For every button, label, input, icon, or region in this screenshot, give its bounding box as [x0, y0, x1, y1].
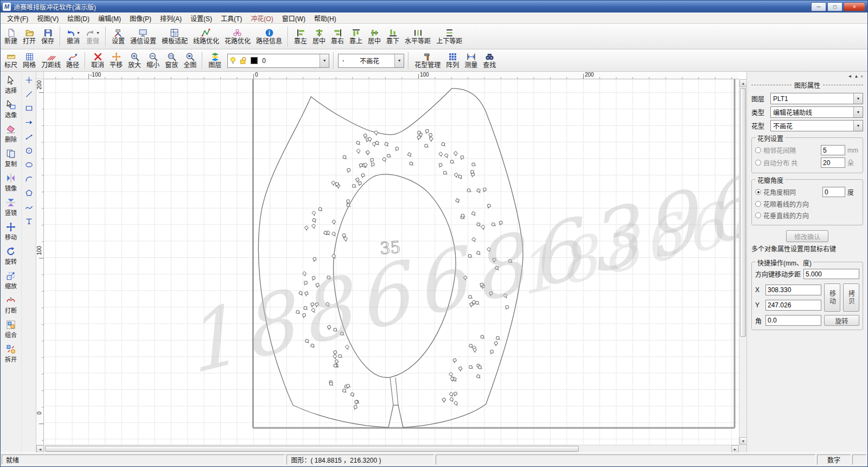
copy-button[interactable]: 拷贝 [843, 283, 859, 312]
align-center-h-button[interactable]: 居中 [310, 25, 328, 48]
align-left-button[interactable]: 靠左 [291, 25, 310, 48]
new-button[interactable]: 新建 [2, 25, 20, 48]
maximize-button[interactable]: □ [827, 2, 843, 11]
menu-item-10[interactable]: 帮助(H) [310, 12, 341, 24]
rotate-button[interactable]: 旋转 [824, 315, 859, 326]
find-button[interactable]: 查找 [480, 51, 499, 71]
arrow-tool[interactable] [23, 117, 35, 128]
panel-collapse-icon[interactable]: ▲ [854, 74, 858, 79]
path-toggle-button[interactable]: 路径 [63, 51, 82, 71]
step-input[interactable] [803, 269, 859, 279]
select-tool[interactable]: 选择 [1, 73, 21, 97]
copy-tool[interactable]: 复制 [1, 146, 21, 171]
horizontal-scroll-thumb[interactable] [45, 446, 579, 452]
same-angle-input[interactable] [822, 187, 845, 197]
vertical-scroll-thumb[interactable] [740, 88, 746, 337]
zoom-all-button[interactable]: 全图 [181, 51, 199, 71]
menu-item-6[interactable]: 设置(S) [186, 12, 216, 24]
text-tool[interactable] [23, 216, 35, 227]
perpendicular-line-radio[interactable] [755, 212, 761, 218]
group-tool[interactable]: 组合 [1, 317, 21, 342]
comm-settings-button[interactable]: 通信设置 [127, 25, 159, 48]
layer-select-dropdown-icon[interactable]: ▼ [853, 93, 863, 104]
lock-icon[interactable] [238, 56, 248, 65]
pan-button[interactable]: 平移 [107, 51, 125, 71]
measure-button[interactable]: 测量 [462, 51, 480, 71]
mirror-v-tool[interactable]: 竖镜 [1, 195, 21, 219]
panel-close-icon[interactable]: × [860, 74, 863, 79]
circle-tool[interactable] [23, 145, 35, 156]
array-button[interactable]: 阵列 [443, 51, 462, 71]
same-angle-radio[interactable] [755, 189, 761, 195]
path-info-button[interactable]: 路径信息 [253, 25, 285, 48]
zoom-out-button[interactable]: 缩小 [144, 51, 162, 71]
move-tool[interactable]: 移动 [1, 219, 21, 244]
x-input[interactable] [765, 285, 821, 295]
menu-item-1[interactable]: 视图(V) [33, 12, 63, 24]
move-button[interactable]: 移动 [824, 283, 840, 312]
scroll-right-icon[interactable]: ► [731, 445, 739, 452]
drawing-canvas[interactable]: 35 18866863966 18866863966 [44, 79, 739, 445]
break-tool[interactable]: 打断 [1, 293, 21, 317]
layer-combo-dropdown[interactable]: ▼ [320, 54, 329, 67]
scale-tool[interactable]: 缩放 [1, 268, 21, 293]
flower-type-combo[interactable]: · 不画花 ▼ [338, 54, 404, 68]
align-center-v-button[interactable]: 居中 [365, 25, 384, 48]
select-image-tool[interactable]: 选像 [1, 97, 21, 122]
menu-item-4[interactable]: 图像(P) [125, 12, 156, 24]
menu-item-3[interactable]: 编辑(M) [94, 12, 125, 24]
horizontal-scrollbar[interactable]: ◄ ► [36, 445, 739, 452]
angle-input[interactable] [765, 315, 821, 326]
scroll-left-icon[interactable]: ◄ [36, 445, 44, 452]
flower-select-dropdown-icon[interactable]: ▼ [853, 121, 863, 131]
flower-combo-dropdown[interactable]: ▼ [394, 54, 404, 67]
flower-manage-button[interactable]: 花型管理 [412, 51, 443, 71]
dropdown-caret-icon[interactable]: ▼ [96, 31, 100, 35]
line-optimize-button[interactable]: 线路优化 [190, 25, 222, 48]
delete-tool[interactable]: 删除 [1, 122, 21, 146]
ungroup-tool[interactable]: 拆开 [1, 342, 21, 366]
settings-button[interactable]: 设置 [109, 25, 127, 48]
rotate-tool[interactable]: 旋转 [1, 244, 21, 268]
menu-item-8[interactable]: 冲花(O) [246, 12, 277, 24]
auto-distribute-radio[interactable] [755, 160, 761, 166]
undo-button[interactable]: ▼撤消 [63, 25, 83, 48]
menu-item-0[interactable]: 文件(F) [3, 12, 33, 24]
menu-item-5[interactable]: 排列(A) [156, 12, 186, 24]
confirm-modify-button[interactable]: 修改确认 [786, 230, 828, 242]
menu-item-2[interactable]: 绘图(D) [63, 12, 94, 24]
rect-tool[interactable] [23, 103, 35, 114]
equal-v-button[interactable]: 上下等距 [433, 25, 465, 48]
menu-item-7[interactable]: 工具(T) [216, 12, 246, 24]
vertical-scrollbar[interactable]: ▲ ▼ [739, 79, 746, 445]
zoom-in-button[interactable]: 放大 [125, 51, 144, 71]
visibility-bulb-icon[interactable] [228, 56, 238, 65]
along-line-radio[interactable] [755, 201, 761, 207]
template-fit-button[interactable]: 模板适配 [159, 25, 190, 48]
layer-select[interactable]: PLT1 ▼ [770, 93, 863, 104]
type-select-dropdown-icon[interactable]: ▼ [853, 107, 863, 117]
panel-dock-left-icon[interactable]: ◄ [847, 74, 852, 79]
y-input[interactable] [765, 300, 821, 311]
grid-toggle-button[interactable]: 网格 [20, 51, 39, 71]
polygon-tool[interactable] [23, 187, 35, 199]
arc-tool[interactable] [23, 173, 35, 185]
scroll-up-icon[interactable]: ▲ [739, 79, 746, 87]
line-tool[interactable] [23, 89, 35, 100]
knife-line-button[interactable]: 刀距线 [39, 51, 63, 71]
adjacent-spacing-input[interactable] [821, 145, 845, 155]
flower-optimize-button[interactable]: 花路优化 [222, 25, 253, 48]
ellipse-tool[interactable] [23, 159, 35, 171]
layers-button[interactable]: 图层 [206, 51, 224, 71]
redo-button[interactable]: ▼重做 [83, 25, 103, 48]
curve-tool[interactable] [23, 201, 35, 213]
ruler-toggle-button[interactable]: 标尺 [2, 51, 20, 71]
adjacent-spacing-radio[interactable] [755, 147, 761, 153]
open-button[interactable]: 打开 [20, 25, 39, 48]
align-bottom-button[interactable]: 靠下 [384, 25, 402, 48]
menu-item-9[interactable]: 窗口(W) [278, 12, 310, 24]
scroll-down-icon[interactable]: ▼ [739, 437, 746, 445]
layer-color-combo[interactable]: 0 ▼ [227, 54, 329, 68]
type-select[interactable]: 编辑花辅助线 ▼ [770, 106, 863, 118]
equal-h-button[interactable]: 水平等距 [402, 25, 433, 48]
